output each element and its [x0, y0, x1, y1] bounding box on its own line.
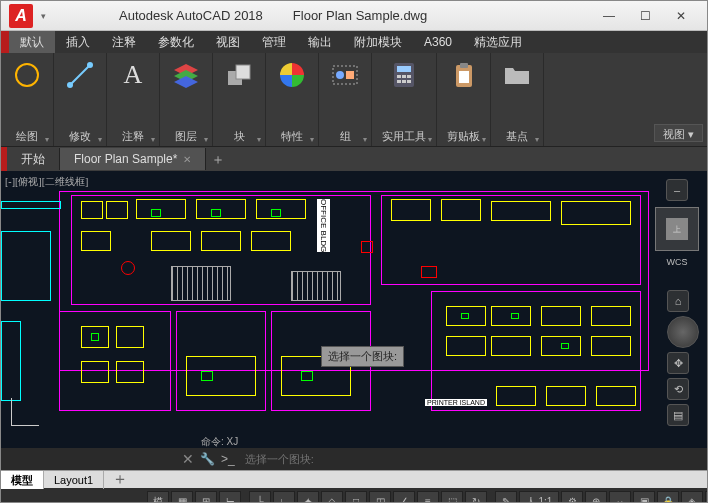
svg-rect-14 [407, 75, 411, 78]
sb-grid-icon[interactable]: ▦ [171, 491, 193, 503]
sb-units-icon[interactable]: ↔ [609, 491, 631, 503]
layout-tab-1[interactable]: Layout1 [44, 471, 104, 489]
qat-dropdown-icon[interactable]: ▾ [37, 6, 49, 26]
label-office: OFFICE BLDG [317, 199, 330, 252]
close-button[interactable]: ✕ [663, 5, 699, 27]
sb-model-button[interactable]: 模型 [147, 491, 169, 503]
panel-clipboard[interactable]: 剪贴板▾ [437, 53, 491, 146]
calc-icon [388, 59, 420, 91]
svg-point-3 [87, 62, 93, 68]
layout-add-button[interactable]: ＋ [104, 469, 136, 490]
floor-plan-drawing: OFFICE BLDG PRINTER ISLAND [1, 171, 707, 436]
app-logo-icon[interactable]: A [9, 4, 33, 28]
navigation-bar: – 上 WCS [655, 179, 699, 267]
tab-close-icon[interactable]: ✕ [183, 154, 191, 165]
sb-dyn-icon[interactable]: └ [249, 491, 271, 503]
sb-polar-icon[interactable]: ✦ [297, 491, 319, 503]
menu-insert[interactable]: 插入 [55, 31, 101, 53]
menu-a360[interactable]: A360 [413, 31, 463, 53]
text-a-icon: A [117, 59, 149, 91]
panel-properties[interactable]: 特性▾ [266, 53, 319, 146]
sb-iso2-icon[interactable]: ◈ [681, 491, 703, 503]
context-tab-view[interactable]: 视图 ▾ [654, 124, 703, 142]
dynamic-prompt: 选择一个图块: [321, 346, 404, 367]
sb-monitor-icon[interactable]: ⊕ [585, 491, 607, 503]
sb-transp-icon[interactable]: ⬚ [441, 491, 463, 503]
document-tabs: 开始 Floor Plan Sample*✕ ＋ [1, 147, 707, 171]
line-dots-icon [64, 59, 96, 91]
svg-rect-16 [402, 80, 406, 83]
folder-icon [501, 59, 533, 91]
svg-rect-11 [397, 66, 411, 72]
sb-cycle-icon[interactable]: ↻ [465, 491, 487, 503]
panel-layers[interactable]: 图层▾ [160, 53, 213, 146]
sb-3dosnap-icon[interactable]: ◫ [369, 491, 391, 503]
svg-rect-9 [346, 71, 354, 79]
panel-utilities[interactable]: 实用工具▾ [372, 53, 437, 146]
svg-rect-17 [407, 80, 411, 83]
menu-featured[interactable]: 精选应用 [463, 31, 533, 53]
menu-parametric[interactable]: 参数化 [147, 31, 205, 53]
doc-tab-file[interactable]: Floor Plan Sample*✕ [60, 148, 206, 170]
label-printer: PRINTER ISLAND [425, 399, 487, 406]
circle-icon [11, 59, 43, 91]
panel-annotate[interactable]: A 注释▾ [107, 53, 160, 146]
layout-tabs: 模型 Layout1 ＋ [1, 470, 707, 488]
cmd-customize-icon[interactable]: 🔧 [200, 452, 215, 466]
layout-tab-model[interactable]: 模型 [1, 471, 44, 489]
nav-home-icon[interactable]: ⌂ [667, 290, 689, 312]
menu-manage[interactable]: 管理 [251, 31, 297, 53]
nav-minus-icon[interactable]: – [666, 179, 688, 201]
sb-lweight-icon[interactable]: ≡ [417, 491, 439, 503]
menu-bar: 默认 插入 注释 参数化 视图 管理 输出 附加模块 A360 精选应用 [1, 31, 707, 53]
sb-hw-icon[interactable]: ⚡ [705, 491, 707, 503]
sb-infer-icon[interactable]: ⊢ [219, 491, 241, 503]
cmd-close-icon[interactable]: ✕ [182, 451, 194, 467]
side-toolbar: ⌂ ✥ ⟲ ▤ [667, 290, 699, 426]
panel-block[interactable]: 块▾ [213, 53, 266, 146]
showmotion-icon[interactable]: ▤ [667, 404, 689, 426]
sb-iso-icon[interactable]: ◇ [321, 491, 343, 503]
palette-icon [276, 59, 308, 91]
svg-rect-13 [402, 75, 406, 78]
wcs-label[interactable]: WCS [667, 257, 688, 267]
sb-ws-icon[interactable]: ⚙ [561, 491, 583, 503]
sb-ann-icon[interactable]: ✎ [495, 491, 517, 503]
app-title: Autodesk AutoCAD 2018 [119, 8, 263, 23]
sb-snap-icon[interactable]: ⊞ [195, 491, 217, 503]
svg-rect-15 [397, 80, 401, 83]
menu-annotate[interactable]: 注释 [101, 31, 147, 53]
drawing-canvas[interactable]: [-][俯视][二维线框] [1, 171, 707, 436]
nav-wheel-icon[interactable] [667, 316, 699, 348]
menu-default[interactable]: 默认 [9, 31, 55, 53]
panel-draw[interactable]: 绘图▾ [1, 53, 54, 146]
orbit-icon[interactable]: ⟲ [667, 378, 689, 400]
sb-ortho-icon[interactable]: ∟ [273, 491, 295, 503]
status-bar: 模型 ▦ ⊞ ⊢ └ ∟ ✦ ◇ □ ◫ ∠ ≡ ⬚ ↻ ✎ 人 1:1 ⚙ ⊕… [1, 488, 707, 503]
command-history: 命令: XJ [1, 436, 707, 448]
sb-osnap-icon[interactable]: □ [345, 491, 367, 503]
panel-base[interactable]: 基点▾ [491, 53, 544, 146]
command-line: ✕ 🔧 >_ [1, 448, 707, 470]
menu-view[interactable]: 视图 [205, 31, 251, 53]
sb-scale-icon[interactable]: 人 1:1 [519, 491, 559, 503]
tab-add-button[interactable]: ＋ [206, 148, 230, 170]
sb-otrack-icon[interactable]: ∠ [393, 491, 415, 503]
doc-tab-start[interactable]: 开始 [7, 148, 60, 170]
sb-quick-icon[interactable]: ▣ [633, 491, 655, 503]
red-stripe [1, 31, 9, 53]
sb-lock-icon[interactable]: 🔒 [657, 491, 679, 503]
clipboard-icon [448, 59, 480, 91]
menu-addins[interactable]: 附加模块 [343, 31, 413, 53]
menu-output[interactable]: 输出 [297, 31, 343, 53]
title-bar: A ▾ Autodesk AutoCAD 2018 Floor Plan Sam… [1, 1, 707, 31]
maximize-button[interactable]: ☐ [627, 5, 663, 27]
panel-group[interactable]: 组▾ [319, 53, 372, 146]
view-cube[interactable]: 上 [655, 207, 699, 251]
ucs-icon[interactable] [11, 396, 41, 426]
minimize-button[interactable]: — [591, 5, 627, 27]
svg-rect-12 [397, 75, 401, 78]
panel-modify[interactable]: 修改▾ [54, 53, 107, 146]
pan-icon[interactable]: ✥ [667, 352, 689, 374]
command-input[interactable] [241, 451, 701, 467]
